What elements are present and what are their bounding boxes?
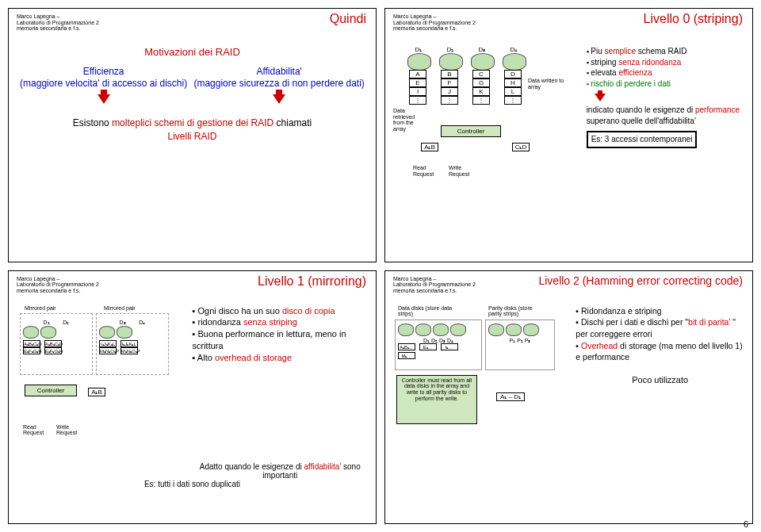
bullet: ridondanza senza striping (193, 316, 369, 328)
disk-icon (415, 323, 431, 336)
bullet: Alto overhead di storage (193, 352, 369, 364)
poco-utilizzato: Poco utilizzato (576, 374, 744, 386)
disk-icon (506, 323, 522, 336)
controller-text-box: Controller must read from all data disks… (396, 375, 477, 424)
bullet: striping senza ridondanza (587, 57, 744, 68)
page-number: 6 (744, 519, 748, 529)
controller-box: Controller (441, 125, 501, 137)
efficienza-desc: (maggiore velocita' di accesso ai dischi… (20, 78, 187, 90)
two-columns: Efficienza (maggiore velocita' di access… (17, 66, 368, 104)
disk-icon (488, 323, 504, 336)
mem: memoria secondaria e f.s. (17, 25, 368, 32)
bullet: Overhead di storage (ma meno del livello… (576, 340, 744, 363)
slide-title: Livello 2 (Hamming error correcting code… (538, 274, 743, 287)
raid1-diagram: Mirrored pair Mirrored pair D₁ D₂ A₁B₁C₁… (17, 305, 193, 456)
slide-quindi: Marco Lapegna – Laboratorio di Programma… (8, 8, 377, 262)
affidabilita-desc: (maggiore sicurezza di non perdere dati) (193, 78, 364, 90)
bullet: Dischi per i dati e dischi per "bit di p… (576, 316, 744, 339)
disk-icon (471, 53, 495, 71)
bullet: Ogni disco ha un suo disco di copia (193, 305, 369, 317)
adatto-text: Adatto quando le esigenze di affidabilit… (193, 462, 369, 480)
bullet: rischio di perdere i dati (587, 78, 744, 90)
bullet: Piu semplice schema RAID (587, 46, 744, 57)
col-efficienza: Efficienza (maggiore velocita' di access… (20, 66, 187, 104)
slide-title: Livello 1 (mirroring) (258, 274, 366, 289)
example-box: Es: 3 accessi contemporanei (587, 131, 698, 148)
slide-livello2: Marco Lapegna – Laboratorio di Programma… (384, 270, 753, 525)
data-written-label: Data written to array (528, 78, 568, 90)
disk-icon (439, 53, 463, 71)
bottom-text: Esistono molteplici schemi di gestione d… (17, 117, 368, 144)
data-retrieved-label: Data retrieved from the array (393, 108, 425, 132)
disk-icon (117, 326, 132, 339)
author: Marco Lapegna – (17, 13, 368, 20)
slide-title: Quindi (330, 12, 366, 26)
efficienza-title: Efficienza (20, 66, 187, 78)
affidabilita-title: Affidabilita' (193, 66, 364, 78)
example-text: Es: tutti i dati sono duplicati (17, 480, 368, 488)
disk-icon (450, 323, 466, 336)
raid2-text: Ridondanza e striping Dischi per i dati … (576, 305, 744, 456)
bullet: elevata efficienza (587, 67, 744, 78)
indicato-text: indicato quando le esigenze di performan… (587, 105, 744, 126)
raid0-diagram: D₁ D₂ D₃ D₄ A E I ⋮ B F J ⋮ C G K ⋮ (393, 46, 587, 189)
raid0-text: Piu semplice schema RAID striping senza … (587, 46, 744, 189)
disk-icon (398, 323, 414, 336)
bullet: Buona performance in lettura, meno in sc… (193, 328, 369, 352)
bullet: Ridondanza e striping (576, 305, 744, 317)
col-affidabilita: Affidabilita' (maggiore sicurezza di non… (193, 66, 364, 104)
disk-icon (407, 53, 431, 71)
disk-icon (503, 53, 526, 71)
slide-title: Livello 0 (striping) (644, 12, 743, 26)
livelli-raid: Livelli RAID (167, 131, 216, 142)
arrow-down-icon (98, 94, 110, 104)
arrow-down-icon (273, 94, 285, 104)
raid1-text: Ogni disco ha un suo disco di copia rido… (193, 305, 369, 456)
raid2-diagram: Data disks (store data strips) Parity di… (393, 305, 576, 456)
disk-icon (433, 323, 449, 336)
controller-box: Controller (25, 385, 77, 396)
slide-livello1: Marco Lapegna – Laboratorio di Programma… (8, 270, 377, 525)
slide-livello0: Marco Lapegna – Laboratorio di Programma… (384, 8, 753, 262)
arrow-down-icon (595, 94, 606, 101)
slide-header: Marco Lapegna – Laboratorio di Programma… (17, 13, 368, 32)
motivazioni-heading: Motivazioni dei RAID (17, 46, 368, 58)
disk-icon (99, 326, 115, 339)
disk-icon (23, 326, 39, 339)
disk-icon (40, 326, 56, 339)
lab: Laboratorio di Programmazione 2 (17, 20, 368, 26)
disk-icon (523, 323, 539, 336)
